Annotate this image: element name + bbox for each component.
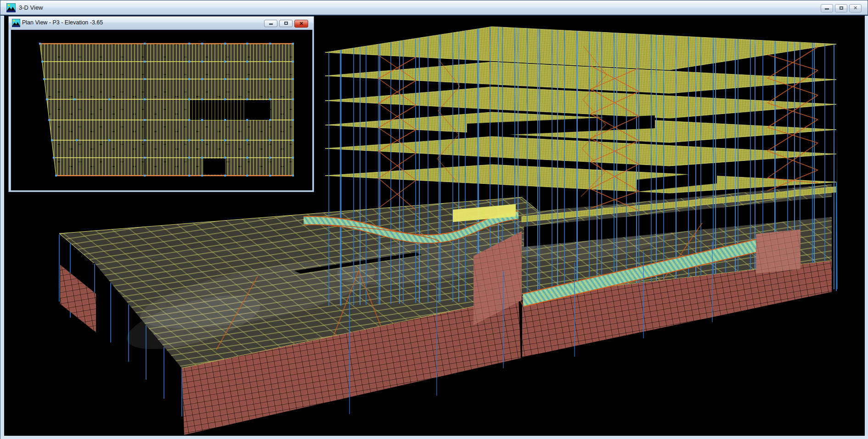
plan-window-title: Plan View - P3 - Elevation -3.65 bbox=[22, 19, 103, 26]
plan-minimize-button[interactable] bbox=[264, 20, 277, 27]
minimize-icon bbox=[825, 8, 829, 10]
plan-canvas bbox=[11, 30, 312, 190]
plan-view-icon bbox=[12, 19, 20, 27]
wall-salmon bbox=[756, 229, 800, 274]
titlebar-3d-view[interactable]: 3-D View ✕ bbox=[0, 0, 868, 16]
window-border bbox=[0, 436, 868, 439]
plan-restore-button[interactable] bbox=[279, 20, 293, 27]
plan-close-button[interactable]: ✕ bbox=[294, 20, 308, 28]
close-button[interactable]: ✕ bbox=[849, 4, 862, 12]
window-title: 3-D View bbox=[19, 4, 43, 11]
close-icon: ✕ bbox=[853, 5, 857, 11]
window-border bbox=[865, 16, 868, 436]
maximize-button[interactable] bbox=[835, 4, 847, 12]
titlebar-plan-view[interactable]: Plan View - P3 - Elevation -3.65 ✕ bbox=[9, 17, 314, 29]
window-3d-view: 3-D View ✕ bbox=[0, 0, 868, 439]
maximize-icon bbox=[840, 6, 843, 10]
minimize-icon bbox=[269, 23, 273, 25]
view-3d-icon bbox=[6, 3, 16, 12]
window-border bbox=[0, 16, 4, 436]
restore-icon bbox=[284, 22, 288, 25]
window-plan-view: Plan View - P3 - Elevation -3.65 ✕ bbox=[8, 16, 314, 192]
viewport-plan[interactable] bbox=[11, 29, 313, 191]
minimize-button[interactable] bbox=[821, 4, 833, 12]
close-icon: ✕ bbox=[299, 21, 303, 26]
